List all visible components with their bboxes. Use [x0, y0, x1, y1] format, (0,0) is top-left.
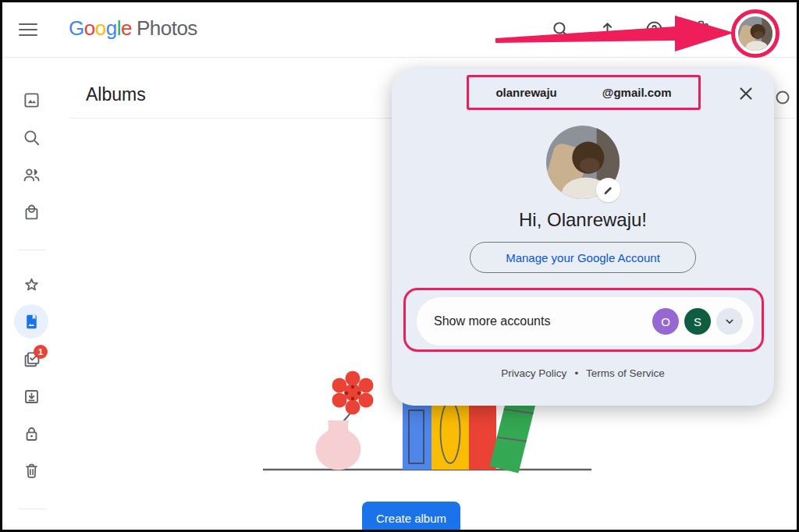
archive-icon: [22, 387, 41, 406]
terms-of-service-link[interactable]: Terms of Service: [586, 367, 665, 379]
partially-hidden-toolbar-icon: [773, 88, 792, 107]
create-album-button[interactable]: Create album: [362, 502, 460, 532]
edit-avatar-button[interactable]: [596, 178, 620, 202]
close-icon: [736, 83, 756, 104]
sidebar-divider: [18, 509, 46, 509]
sidebar-divider: [18, 250, 46, 250]
sidebar-item-explore[interactable]: [14, 120, 48, 154]
people-icon: [22, 165, 41, 185]
search-icon: [22, 128, 41, 147]
manage-account-button[interactable]: Manage your Google Account: [470, 242, 696, 273]
upload-icon: [598, 20, 617, 39]
account-initial-o: O: [652, 308, 679, 335]
help-button[interactable]: [644, 20, 664, 40]
google-photos-logo[interactable]: GooglePhotos: [69, 16, 197, 41]
notification-badge: 1: [34, 345, 48, 359]
gear-icon: [691, 20, 711, 39]
albums-icon: [22, 312, 41, 332]
sidebar-item-albums[interactable]: [14, 304, 48, 339]
vase-graphic: [316, 420, 361, 470]
photos-icon: [22, 90, 41, 110]
google-photos-window: GooglePhotos: [0, 0, 799, 532]
page-title: Albums: [86, 84, 146, 105]
sidebar-item-bin[interactable]: [14, 453, 48, 488]
account-badges: O S: [652, 308, 743, 335]
topbar-actions: [550, 20, 711, 40]
shopping-bag-icon: [22, 203, 41, 222]
popup-footer: Privacy Policy • Terms of Service: [392, 367, 774, 379]
annotation-box-show-more: Show more accounts O S: [403, 288, 764, 352]
chevron-down-icon: [722, 314, 737, 329]
hamburger-icon: [19, 23, 37, 26]
sidebar-item-sharing[interactable]: [14, 158, 48, 192]
sidebar-item-favorites[interactable]: [14, 268, 48, 302]
account-avatar-button[interactable]: [738, 16, 772, 51]
annotation-circle: [731, 9, 779, 58]
account-popup: olanrewaju @gmail.com Hi, Olanr: [392, 69, 774, 406]
search-icon: [551, 20, 570, 39]
privacy-policy-link[interactable]: Privacy Policy: [501, 367, 566, 379]
account-initial-s: S: [684, 308, 711, 335]
lock-icon: [22, 424, 41, 444]
help-icon: [645, 20, 664, 39]
trash-icon: [22, 461, 41, 481]
flower-graphic: [332, 371, 374, 415]
account-email-user: olanrewaju: [495, 86, 556, 99]
settings-button[interactable]: [691, 20, 711, 40]
profile-photo: [738, 16, 772, 51]
account-email-domain: @gmail.com: [602, 86, 672, 99]
sidebar-item-archive[interactable]: [14, 379, 48, 413]
sidebar-item-photos[interactable]: [14, 83, 48, 117]
sidebar-nav: 1: [2, 58, 62, 532]
logo-letter: G: [69, 16, 84, 40]
header-divider: [2, 57, 797, 58]
footer-separator: •: [574, 367, 578, 379]
star-icon: [22, 275, 41, 295]
expand-accounts-button[interactable]: [716, 308, 743, 335]
show-more-label: Show more accounts: [434, 314, 550, 328]
logo-product-name: Photos: [137, 16, 197, 40]
top-app-bar: GooglePhotos: [2, 2, 797, 57]
sidebar-item-print-store[interactable]: [14, 195, 48, 229]
close-popup-button[interactable]: [735, 83, 757, 105]
upload-button[interactable]: [597, 20, 617, 40]
main-menu-button[interactable]: [19, 20, 39, 40]
search-button[interactable]: [550, 20, 570, 40]
annotation-box-email: olanrewaju @gmail.com: [467, 75, 701, 110]
show-more-accounts-button[interactable]: Show more accounts O S: [417, 297, 754, 346]
account-greeting: Hi, Olanrewaju!: [392, 209, 774, 231]
sidebar-item-locked-folder[interactable]: [14, 417, 48, 451]
pencil-icon: [602, 184, 615, 197]
